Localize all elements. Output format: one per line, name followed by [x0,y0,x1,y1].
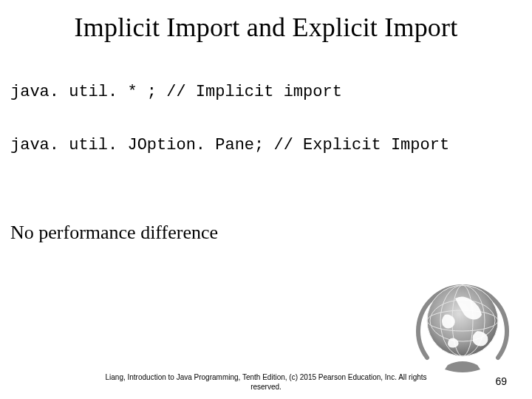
code-explicit-import: java. util. JOption. Pane; // Explicit I… [10,136,449,154]
slide-title: Implicit Import and Explicit Import [0,12,532,43]
globe-icon [411,270,514,374]
body-note: No performance difference [10,222,218,244]
slide: Implicit Import and Explicit Import java… [0,0,532,399]
footer-copyright: Liang, Introduction to Java Programming,… [96,373,436,392]
code-implicit-import: java. util. * ; // Implicit import [10,83,342,101]
page-number: 69 [495,375,507,387]
